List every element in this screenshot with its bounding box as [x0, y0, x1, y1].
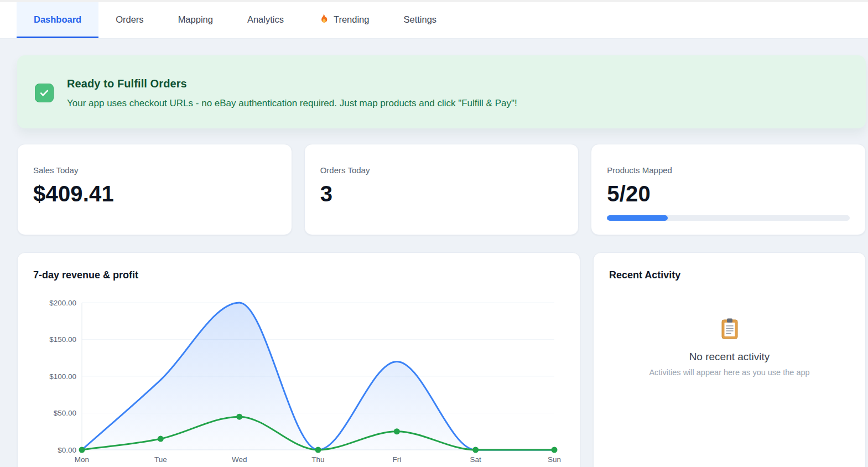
svg-text:Wed: Wed: [232, 455, 247, 464]
tab-label: Orders: [116, 14, 143, 25]
activity-empty-subtitle: Activities will appear here as you use t…: [609, 368, 850, 377]
svg-text:$150.00: $150.00: [49, 335, 76, 344]
dashboard-page: Ready to Fulfill Orders Your app uses ch…: [0, 39, 868, 467]
svg-text:Tue: Tue: [154, 455, 167, 464]
sales-today-card: Sales Today $409.41: [17, 144, 292, 235]
tab-label: Dashboard: [34, 14, 81, 25]
check-icon: [35, 84, 54, 102]
activity-title: Recent Activity: [609, 269, 850, 281]
stat-label: Orders Today: [320, 165, 563, 175]
clipboard-icon: [721, 318, 739, 340]
svg-text:Thu: Thu: [311, 455, 324, 464]
svg-text:Fri: Fri: [392, 455, 401, 464]
recent-activity-card: Recent Activity No recent activity Activ…: [593, 252, 866, 467]
ready-banner: Ready to Fulfill Orders Your app uses ch…: [17, 55, 866, 128]
chart-wrap: $200.00$150.00$100.00$50.00$0.00MonTueWe…: [33, 295, 564, 467]
svg-text:$100.00: $100.00: [49, 372, 76, 381]
revenue-chart-card: 7-day revenue & profit $200.00$150.00$10…: [17, 252, 580, 467]
progress-fill: [607, 215, 668, 221]
orders-today-card: Orders Today 3: [304, 144, 579, 235]
banner-message: Your app uses checkout URLs - no eBay au…: [67, 98, 517, 109]
tab-settings[interactable]: Settings: [386, 2, 454, 38]
tab-mapping[interactable]: Mapping: [161, 2, 230, 38]
svg-text:Sun: Sun: [548, 455, 561, 464]
activity-empty-state: No recent activity Activities will appea…: [609, 318, 850, 377]
tab-label: Trending: [334, 14, 370, 25]
bottom-row: 7-day revenue & profit $200.00$150.00$10…: [17, 252, 866, 467]
products-mapped-card: Products Mapped 5/20: [591, 144, 866, 235]
svg-text:$50.00: $50.00: [54, 409, 76, 417]
tab-dashboard[interactable]: Dashboard: [17, 2, 98, 38]
tab-label: Analytics: [247, 14, 284, 25]
tab-orders[interactable]: Orders: [98, 2, 160, 38]
stats-row: Sales Today $409.41 Orders Today 3 Produ…: [17, 144, 866, 235]
svg-text:Sat: Sat: [470, 455, 482, 464]
activity-empty-title: No recent activity: [609, 351, 850, 363]
revenue-chart: $200.00$150.00$100.00$50.00$0.00MonTueWe…: [33, 295, 564, 467]
fire-icon: [318, 13, 329, 25]
svg-text:$0.00: $0.00: [58, 446, 76, 454]
tab-label: Mapping: [178, 14, 213, 25]
nav-tabs: DashboardOrdersMappingAnalyticsTrendingS…: [0, 2, 868, 39]
svg-text:$200.00: $200.00: [49, 299, 76, 307]
tab-analytics[interactable]: Analytics: [230, 2, 301, 38]
products-mapped-value: 5/20: [607, 181, 850, 206]
sales-today-value: $409.41: [33, 181, 276, 206]
banner-title: Ready to Fulfill Orders: [67, 77, 517, 90]
orders-today-value: 3: [320, 181, 563, 206]
banner-text: Ready to Fulfill Orders Your app uses ch…: [67, 77, 517, 109]
svg-text:Mon: Mon: [75, 455, 89, 464]
chart-title: 7-day revenue & profit: [33, 269, 564, 281]
stat-label: Sales Today: [33, 165, 276, 175]
products-mapped-progress: [607, 215, 850, 221]
stat-label: Products Mapped: [607, 165, 850, 175]
tab-trending[interactable]: Trending: [301, 2, 387, 38]
tab-label: Settings: [403, 14, 436, 25]
